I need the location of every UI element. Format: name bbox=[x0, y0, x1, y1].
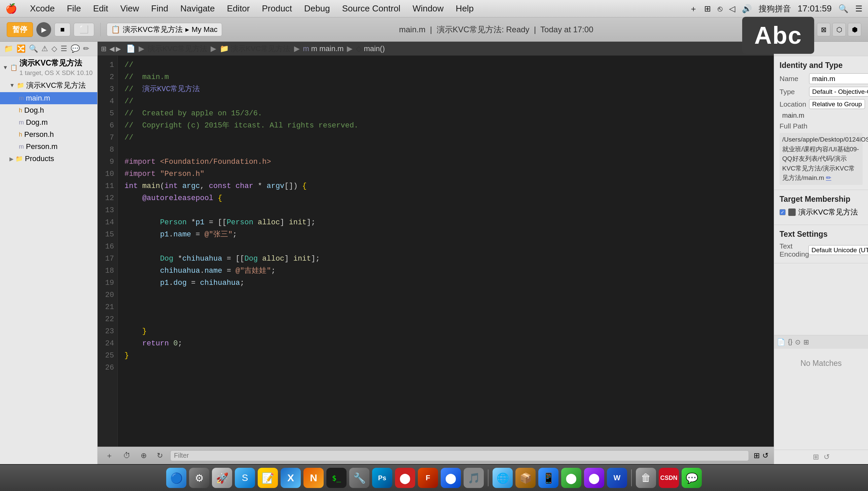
breadcrumb-file[interactable]: m main.m bbox=[311, 45, 344, 53]
dock-filezilla[interactable]: F bbox=[418, 468, 438, 488]
bottom-add-icon[interactable]: ＋ bbox=[103, 449, 116, 462]
rp-circle-icon[interactable]: ⊙ bbox=[795, 338, 801, 346]
nav-forward-btn[interactable]: ▶ bbox=[116, 45, 121, 53]
sidebar-warning-icon[interactable]: ⚠ bbox=[41, 45, 48, 53]
sidebar-file-mainm[interactable]: m main.m bbox=[0, 92, 97, 104]
sidebar-edit-icon[interactable]: ✏ bbox=[83, 45, 89, 53]
menu-window[interactable]: Window bbox=[407, 2, 449, 15]
menubar-display-icon[interactable]: ⊞ bbox=[704, 4, 711, 13]
menu-view[interactable]: View bbox=[114, 2, 145, 15]
location-select[interactable]: Relative to Group bbox=[809, 99, 865, 109]
dock-photoshop[interactable]: Ps bbox=[372, 468, 392, 488]
dock-ios-sim[interactable]: 📱 bbox=[538, 468, 558, 488]
rp-grid-icon[interactable]: ⊞ bbox=[804, 338, 809, 346]
dock-red-app[interactable]: ⬤ bbox=[395, 468, 415, 488]
stop-square-button[interactable]: ■ bbox=[55, 23, 70, 36]
sidebar-list-icon[interactable]: ☰ bbox=[61, 45, 67, 53]
scheme-selector[interactable]: 📋 演示KVC常见方法 ▸ My Mac bbox=[107, 23, 222, 36]
toolbar-icon-5[interactable]: ⬡ bbox=[832, 23, 846, 36]
menubar-volume-icon[interactable]: 🔊 bbox=[742, 4, 752, 13]
sidebar-file-dogm[interactable]: m Dog.m bbox=[0, 116, 97, 128]
sidebar-products-group[interactable]: ▶ 📁 Products bbox=[0, 153, 97, 165]
products-triangle[interactable]: ▶ bbox=[9, 156, 13, 162]
target-checkbox[interactable]: ✓ bbox=[780, 209, 786, 215]
project-triangle[interactable]: ▼ bbox=[3, 64, 8, 70]
dock-blue-app[interactable]: ⬤ bbox=[441, 468, 461, 488]
dock-word[interactable]: W bbox=[607, 468, 627, 488]
code-editor[interactable]: 12345 678910 1112131415 1617181920 21222… bbox=[97, 56, 774, 446]
breakpoint-button[interactable]: ⬜ bbox=[74, 23, 94, 36]
sidebar-diamond-icon[interactable]: ◇ bbox=[52, 45, 57, 53]
dock-trash[interactable]: 🗑 bbox=[636, 468, 656, 488]
dock-notes[interactable]: 📝 bbox=[258, 468, 278, 488]
rp-doc-icon[interactable]: 📄 bbox=[777, 338, 785, 346]
filter-input[interactable] bbox=[170, 450, 749, 461]
menu-file[interactable]: File bbox=[61, 2, 87, 15]
dock-onenote[interactable]: N bbox=[304, 468, 324, 488]
play-button[interactable]: ▶ bbox=[36, 22, 51, 37]
bottom-refresh-icon[interactable]: ↻ bbox=[154, 450, 166, 461]
sidebar-file-personm[interactable]: m Person.m bbox=[0, 141, 97, 153]
dock-xcode[interactable]: X bbox=[281, 468, 301, 488]
menu-help[interactable]: Help bbox=[450, 2, 480, 15]
rp-refresh3-icon[interactable]: ↺ bbox=[823, 453, 830, 461]
sidebar-folder-icon[interactable]: 📁 bbox=[4, 45, 13, 53]
code-content[interactable]: // // main.m // 演示KVC常见方法 // // Created … bbox=[118, 56, 774, 446]
rp-grid2-icon[interactable]: ⊞ bbox=[813, 453, 819, 461]
dock-browser[interactable]: 🌐 bbox=[493, 468, 513, 488]
dock-terminal[interactable]: $_ bbox=[326, 468, 346, 488]
dock-safari[interactable]: S bbox=[235, 468, 255, 488]
menubar-list-icon[interactable]: ☰ bbox=[855, 4, 863, 13]
menu-edit[interactable]: Edit bbox=[87, 2, 114, 15]
nav-back-btn[interactable]: ◀ bbox=[109, 45, 114, 53]
menubar-search-icon[interactable]: 🔍 bbox=[838, 4, 848, 13]
grid-icon[interactable]: ⊞ bbox=[101, 45, 107, 53]
menubar-back-icon[interactable]: ◁ bbox=[729, 4, 735, 13]
stop-button[interactable]: 暂停 bbox=[7, 22, 33, 37]
sidebar-file-dogh[interactable]: h Dog.h bbox=[0, 104, 97, 116]
sidebar-file-personh[interactable]: h Person.h bbox=[0, 128, 97, 141]
menubar-sougou[interactable]: 搜狗拼音 bbox=[759, 3, 791, 14]
sidebar-group-item[interactable]: ▼ 📁 演示KVC常见方法 bbox=[0, 79, 97, 92]
type-select[interactable]: Default - Objective-C So... bbox=[809, 87, 868, 96]
menu-source-control[interactable]: Source Control bbox=[336, 2, 407, 15]
dock-green-app[interactable]: ⬤ bbox=[561, 468, 581, 488]
project-root[interactable]: ▼ 📋 演示KVC常见方法 1 target, OS X SDK 10.10 bbox=[0, 56, 97, 79]
menu-product[interactable]: Product bbox=[256, 2, 298, 15]
toolbar-icon-4[interactable]: ⊠ bbox=[817, 23, 830, 36]
text-enc-label: Text Encoding bbox=[780, 242, 806, 258]
bottom-history-icon[interactable]: ⏱ bbox=[120, 450, 133, 461]
bottom-circle-icon[interactable]: ⊕ bbox=[138, 450, 149, 461]
dock-csdn[interactable]: CSDN bbox=[659, 468, 679, 488]
dock-chat[interactable]: 💬 bbox=[682, 468, 702, 488]
menu-navigate[interactable]: Navigate bbox=[174, 2, 221, 15]
dock-finder[interactable]: 🔵 bbox=[166, 468, 186, 488]
dock-package[interactable]: 📦 bbox=[515, 468, 536, 488]
sidebar-diff-icon[interactable]: 🔀 bbox=[17, 45, 26, 53]
fullpath-edit-icon[interactable]: ✏ bbox=[826, 174, 831, 181]
menu-debug[interactable]: Debug bbox=[298, 2, 336, 15]
dock-tools[interactable]: 🔧 bbox=[349, 468, 369, 488]
group-triangle[interactable]: ▼ bbox=[9, 82, 15, 88]
menu-find[interactable]: Find bbox=[145, 2, 174, 15]
bottom-refresh2-icon[interactable]: ↺ bbox=[762, 451, 768, 460]
menu-xcode[interactable]: Xcode bbox=[24, 2, 61, 15]
text-enc-select[interactable]: Default Unicode (UTF-8) bbox=[808, 245, 868, 255]
toolbar-icon-6[interactable]: ⬢ bbox=[848, 23, 861, 36]
breadcrumb-project[interactable]: 演示KVC常见方法 bbox=[148, 44, 207, 54]
rp-braces-icon[interactable]: {} bbox=[788, 338, 792, 346]
sidebar-search-icon[interactable]: 🔍 bbox=[29, 45, 38, 53]
sidebar-chat-icon[interactable]: 💬 bbox=[71, 45, 80, 53]
dock-launchpad[interactable]: 🚀 bbox=[212, 468, 232, 488]
menu-editor[interactable]: Editor bbox=[221, 2, 256, 15]
menubar-plus-icon[interactable]: ＋ bbox=[689, 3, 697, 14]
bottom-grid-icon[interactable]: ⊞ bbox=[754, 451, 760, 460]
dock-purple-app[interactable]: ⬤ bbox=[584, 468, 604, 488]
breadcrumb-func[interactable]: main() bbox=[364, 45, 385, 53]
apple-menu[interactable]: 🍎 bbox=[5, 3, 17, 14]
dock-music[interactable]: 🎵 bbox=[464, 468, 484, 488]
menubar-airplay-icon[interactable]: ⎋ bbox=[718, 4, 722, 13]
name-input[interactable] bbox=[809, 73, 868, 84]
dock-syspref[interactable]: ⚙ bbox=[189, 468, 209, 488]
breadcrumb-group[interactable]: 演示KVC常见方法 bbox=[231, 44, 290, 54]
